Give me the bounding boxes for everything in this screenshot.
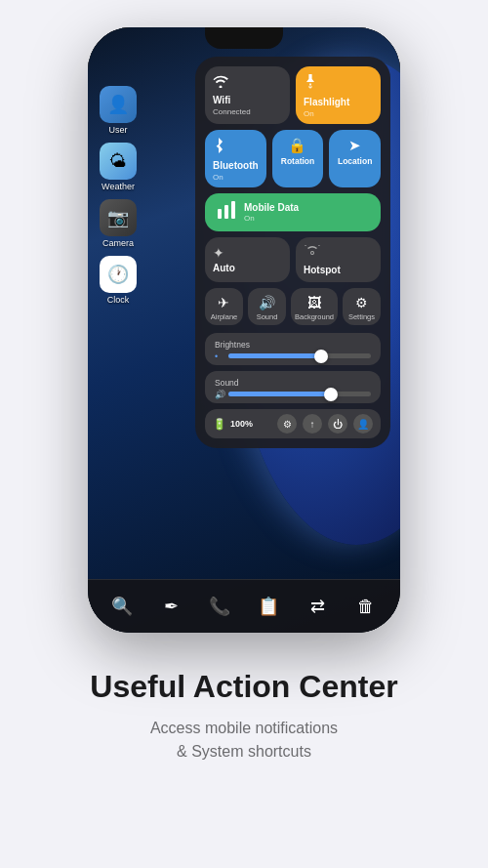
clock-app-label: Clock [107,295,130,305]
sound-wrapper: 🔊 [215,392,371,396]
sound-label: Sound [257,312,278,321]
mobile-data-text: Mobile Data On [244,202,299,223]
weather-app-label: Weather [102,182,135,191]
weather-app-icon: 🌤 [100,143,137,180]
brightness-slider-section: Brightnes • [205,333,381,365]
airplane-button[interactable]: ✈ Airplane [205,288,243,325]
user-app-label: User [108,125,127,135]
phone-screen: 👤 User 🌤 Weather 📷 Camera 🕐 Clock [88,27,400,633]
app-weather[interactable]: 🌤 Weather [100,143,137,191]
mobile-data-icon [217,201,236,224]
camera-app-label: Camera [102,238,134,248]
clock-app-icon: 🕐 [100,256,137,293]
app-camera[interactable]: 📷 Camera [100,199,137,248]
hotspot-label: Hotspot [304,265,341,276]
sound-slider-section: Sound 🔊 [205,371,381,403]
battery-icon: 🔋 [213,418,226,431]
flashlight-icon [304,74,317,94]
sound-icon: 🔊 [259,295,275,310]
cc-row4: ✦ Auto Hotspot [205,237,381,282]
camera-app-icon: 📷 [100,199,137,236]
status-gear-button[interactable]: ⚙ [277,414,297,434]
cc-row1: Wifi Connected Flashlight On [205,66,381,124]
settings-button[interactable]: ⚙ Settings [343,288,381,325]
phone-wrapper: 👤 User 🌤 Weather 📷 Camera 🕐 Clock [88,27,400,633]
brightness-thumb[interactable] [314,350,328,363]
dock-trash-icon[interactable]: 🗑 [351,592,381,621]
mobile-data-button[interactable]: Mobile Data On [205,193,381,231]
dock-clipboard-icon[interactable]: 📋 [254,592,283,621]
main-subtitle: Access mobile notifications & System sho… [90,717,397,764]
main-title: Useful Action Center [90,668,397,705]
subtitle-line2: & System shortcuts [177,743,311,760]
wifi-label: Wifi [213,95,230,106]
brightness-dot-icon: • [215,351,218,361]
rotation-icon: 🔒 [288,137,306,154]
rotation-label: Rotation [281,156,314,166]
location-button[interactable]: ➤ Location [329,130,381,187]
background-icon: 🖼 [307,295,321,310]
dock-search-icon[interactable]: 🔍 [107,592,137,621]
bluetooth-icon [213,138,224,157]
mobile-data-label: Mobile Data [244,202,299,214]
sound-thumb[interactable] [324,388,338,401]
wifi-icon [213,74,228,92]
location-icon: ➤ [348,137,361,154]
app-clock[interactable]: 🕐 Clock [100,256,137,305]
sound-track[interactable] [228,392,371,396]
control-center: Wifi Connected Flashlight On [195,57,390,448]
bluetooth-button[interactable]: Bluetooth On [205,130,266,187]
location-label: Location [338,156,372,166]
bluetooth-status: On [213,173,224,182]
subtitle-line1: Access mobile notifications [150,720,338,736]
hotspot-icon [304,245,321,263]
brightness-label: Brightnes [215,340,371,350]
status-power-button[interactable]: ⏻ [328,414,347,434]
airplane-label: Airplane [211,312,238,321]
background-button[interactable]: 🖼 Background [291,288,338,325]
mobile-data-status: On [244,214,299,223]
sound-slider-label: Sound [215,378,371,388]
flashlight-status: On [304,109,314,118]
sound-dot-icon: 🔊 [215,390,225,399]
auto-label: Auto [213,263,235,274]
dock-phone-icon[interactable]: 📞 [205,592,234,621]
battery-percent: 100% [230,419,253,429]
app-user[interactable]: 👤 User [100,86,137,135]
auto-button[interactable]: ✦ Auto [205,237,290,282]
flashlight-button[interactable]: Flashlight On [296,66,381,124]
brightness-fill [228,353,321,358]
dock-pen-icon[interactable]: ✒ [156,592,185,621]
sidebar-apps: 👤 User 🌤 Weather 📷 Camera 🕐 Clock [100,86,137,305]
status-user-button[interactable]: 👤 [353,414,373,434]
notch [205,27,283,49]
cc-row5: ✈ Airplane 🔊 Sound 🖼 Background ⚙ Settin… [205,288,381,325]
phone-frame: 👤 User 🌤 Weather 📷 Camera 🕐 Clock [88,27,400,633]
svg-rect-1 [224,205,228,219]
airplane-icon: ✈ [218,295,229,310]
hotspot-button[interactable]: Hotspot [296,237,381,282]
status-share-button[interactable]: ↑ [303,414,322,434]
phone-dock: 🔍 ✒ 📞 📋 ⇄ 🗑 [88,579,400,633]
svg-rect-2 [231,201,235,219]
rotation-button[interactable]: 🔒 Rotation [272,130,324,187]
svg-rect-0 [218,209,222,219]
settings-icon: ⚙ [355,295,368,310]
dock-switch-icon[interactable]: ⇄ [303,592,332,621]
sound-fill [228,392,331,396]
text-section: Useful Action Center Access mobile notif… [61,668,427,803]
settings-label: Settings [348,312,375,321]
wifi-status: Connected [213,107,251,116]
cc-status-bar: 🔋 100% ⚙ ↑ ⏻ 👤 [205,409,381,438]
wifi-button[interactable]: Wifi Connected [205,66,290,124]
background-label: Background [295,312,334,321]
auto-icon: ✦ [213,245,224,261]
brightness-wrapper: • [215,353,371,358]
brightness-track[interactable] [228,353,371,358]
flashlight-label: Flashlight [304,97,349,108]
sound-button[interactable]: 🔊 Sound [248,288,286,325]
user-app-icon: 👤 [100,86,137,123]
bluetooth-label: Bluetooth [213,160,259,172]
